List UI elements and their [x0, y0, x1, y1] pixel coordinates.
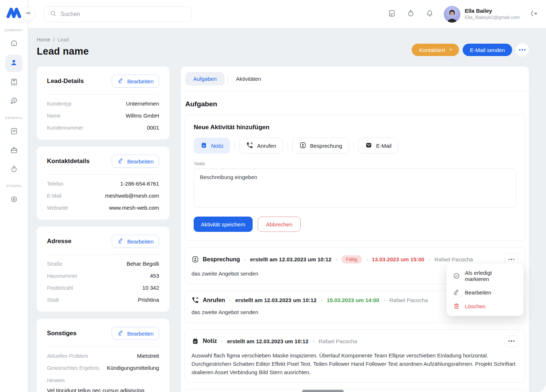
edit-contact-details-button[interactable]: Bearbeiten [112, 155, 159, 168]
task-context-menu: Als erledigt markieren Bearbeiten Lösche… [447, 264, 523, 316]
row-label: E-Mail [47, 193, 62, 199]
phone-icon [246, 142, 253, 150]
task-created: erstellt am 12.03.2023 um 10:12 [250, 256, 331, 262]
task-more-button[interactable] [505, 335, 518, 347]
book-bookmark-icon [10, 78, 18, 88]
logout-icon [530, 9, 538, 19]
meta-dot: • [221, 339, 223, 343]
task-item-notiz: Notiz • erstellt am 12.03.2023 um 10:12 … [185, 329, 525, 383]
row-label: Straße [47, 261, 62, 267]
svg-text:$: $ [13, 99, 15, 102]
row-label: Kundennummer [47, 125, 83, 131]
breadcrumb-current: Lead [58, 37, 69, 43]
detail-row: Aktuelles ProblemMietstreit [47, 353, 159, 359]
sidebar-section-company: COMPANY [5, 28, 23, 32]
sidebar-collapse-button[interactable] [21, 7, 35, 21]
edit-label: Bearbeiten [127, 158, 154, 165]
type-notiz-button[interactable]: Notiz [194, 138, 230, 154]
sidebar-item-leads[interactable] [5, 55, 23, 72]
detail-row: NameWillms GmbH [47, 112, 159, 119]
app-window: COMPANY $ GENERAL OTHERS [0, 0, 546, 392]
menu-item-edit[interactable]: Bearbeiten [447, 285, 523, 299]
row-label: Stadt [47, 297, 59, 303]
avatar[interactable] [444, 6, 460, 23]
detail-row: StraßeBehar Begolli [47, 261, 159, 267]
cancel-button[interactable]: Abbrechen [258, 217, 301, 232]
topbar-right: Ella Bailey Ella_Bailey82@gmail.com [380, 6, 538, 23]
menu-item-delete[interactable]: Löschen [447, 299, 523, 313]
breadcrumb-separator: / [53, 37, 55, 43]
meta-dot: • [335, 257, 338, 262]
status-badge: Fällig [341, 255, 361, 264]
edit-address-button[interactable]: Bearbeiten [112, 235, 159, 248]
meta-dot: • [229, 298, 232, 302]
coin-refund-icon: $ [9, 96, 18, 107]
send-email-button[interactable]: E-Mail senden [463, 44, 512, 56]
type-label: Besprechung [310, 143, 342, 149]
row-value: 453 [150, 273, 159, 279]
cancel-label: Abbrechen [266, 221, 293, 227]
main-area: Home / Lead Lead name Kontaktiert E-Mail… [28, 28, 546, 392]
card-address: Adresse Bearbeiten StraßeBehar Begolli H… [37, 227, 169, 312]
row-value: Prishtina [138, 297, 159, 303]
meeting-icon [191, 256, 199, 263]
row-label: Name [47, 113, 60, 119]
meta-dot: • [383, 298, 386, 302]
row-value: 0001 [147, 124, 159, 131]
sidebar-item-timer[interactable] [5, 161, 23, 178]
row-value: meshweb@mesh.com [105, 193, 159, 199]
search-icon [50, 10, 57, 19]
menu-item-mark-done[interactable]: Als erledigt markieren [447, 266, 523, 285]
row-label: Kundentyp [47, 101, 71, 107]
search-input[interactable] [60, 11, 186, 17]
task-due: 15.03.2023 um 14:00 [327, 297, 379, 303]
sidebar-item-payments[interactable]: $ [5, 93, 23, 110]
type-label: Notiz [211, 143, 223, 149]
report-button[interactable] [385, 7, 399, 21]
meta-dot: • [312, 339, 315, 343]
activity-type-row: Notiz Anrufen Besprechung [194, 138, 516, 154]
edit-label: Bearbeiten [127, 78, 154, 84]
detail-row: Gewünschtes ErgebnisKündigungsmitteilung [47, 365, 159, 371]
type-anrufen-button[interactable]: Anrufen [239, 138, 283, 154]
breadcrumb-home[interactable]: Home [37, 37, 50, 43]
row-label: Postleitzahl [47, 285, 73, 291]
status-dropdown-button[interactable]: Kontaktiert [412, 44, 459, 56]
menu-item-label: Löschen [465, 303, 486, 309]
task-assignee: Rafael Pacocha [318, 338, 357, 344]
search-box[interactable] [44, 6, 191, 22]
briefcase-icon [10, 146, 18, 156]
sidebar-item-briefcase[interactable] [5, 142, 23, 159]
edit-misc-button[interactable]: Bearbeiten [112, 327, 159, 340]
notifications-button[interactable] [423, 7, 437, 21]
type-besprechung-button[interactable]: Besprechung [292, 138, 349, 154]
new-activity-card: Neue Aktivität hinzufügen Notiz Anrufen [185, 115, 525, 241]
card-misc: Sonstiges Bearbeiten Aktuelles ProblemMi… [37, 319, 169, 392]
sidebar: COMPANY $ GENERAL OTHERS [0, 0, 28, 392]
send-email-label: E-Mail senden [470, 47, 505, 53]
timer-button[interactable] [404, 7, 418, 21]
breadcrumb: Home / Lead [37, 37, 89, 43]
chevron-down-icon [448, 47, 453, 53]
horizontal-scrollbar-thumb[interactable] [302, 390, 344, 392]
user-name: Ella Bailey [465, 8, 520, 15]
sidebar-item-settings[interactable] [5, 191, 23, 208]
logout-button[interactable] [530, 9, 538, 19]
edit-lead-details-button[interactable]: Bearbeiten [112, 75, 159, 88]
row-label: Hausnummer [47, 273, 78, 279]
page-more-button[interactable] [516, 43, 529, 56]
sidebar-item-library[interactable] [5, 74, 23, 91]
collapse-arrow-icon [25, 10, 31, 18]
sidebar-item-documents[interactable] [5, 123, 23, 140]
save-activity-button[interactable]: Aktivität speichern [194, 217, 253, 232]
card-title: Sonstiges [47, 330, 76, 337]
brand-logo[interactable] [6, 4, 21, 21]
sidebar-item-home[interactable] [5, 36, 23, 52]
tab-aktivitaeten[interactable]: Aktivitäten [234, 72, 262, 86]
meta-dot: • [244, 257, 246, 262]
logo-icon [6, 6, 21, 19]
tab-aufgaben[interactable]: Aufgaben [185, 72, 225, 86]
type-email-button[interactable]: E-Mail [358, 138, 399, 154]
activity-description-input[interactable] [194, 169, 516, 208]
stopwatch-icon [10, 165, 18, 175]
